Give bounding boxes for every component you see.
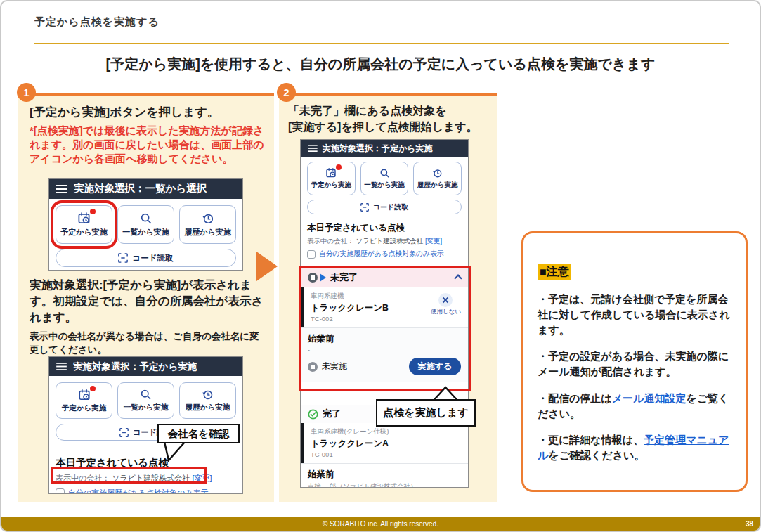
machine-card[interactable]: 車両系建機 トラッククレーンB TC-002 使用しない bbox=[301, 287, 468, 328]
app-header: 実施対象選択：一覧から選択 bbox=[49, 179, 242, 199]
history-clock-icon bbox=[432, 168, 443, 179]
calendar-clock-icon bbox=[77, 212, 91, 225]
hamburger-menu-icon[interactable] bbox=[56, 185, 67, 193]
history-run-button[interactable]: 履歴から実施 bbox=[179, 382, 236, 419]
step1-body-text: 実施対象選択:[予定から実施]が表示されます。初期設定では、自分の所属会社が表示… bbox=[30, 277, 267, 325]
note-paragraph: ・予定の設定がある場合、未実施の際にメール通知が配信されます。 bbox=[538, 349, 731, 379]
incomplete-section: 未完了 車両系建機 トラッククレーンB TC-002 使用しない 始業前 - bbox=[301, 267, 468, 382]
history-filter-row[interactable]: 自分の実施履歴がある点検対象のみ表示 bbox=[56, 488, 236, 494]
list-run-button[interactable]: 一覧から実施 bbox=[117, 205, 174, 244]
calendar-clock-icon bbox=[78, 389, 91, 401]
note-paragraph: ・予定は、元請け会社側で予定を所属会社に対して作成している場合に表示されます。 bbox=[538, 292, 731, 337]
qr-scan-icon bbox=[118, 253, 128, 263]
slide-footer: © SORABITO inc. All rights reserved. 38 bbox=[1, 517, 760, 531]
note-paragraph: ・配信の停止はメール通知設定をご覧ください。 bbox=[538, 391, 731, 422]
page-title: 予定から点検を実施する bbox=[34, 15, 160, 29]
filter-label: 自分の実施履歴がある点検対象のみ表示 bbox=[68, 488, 209, 494]
list-run-button[interactable]: 一覧から実施 bbox=[360, 162, 409, 195]
step1-warning-text: *[点検実施]では最後に表示した実施方法が記録されます。別の画面に戻したい場合は… bbox=[30, 124, 268, 166]
app-header: 実施対象選択：予定から実施 bbox=[301, 140, 468, 157]
filter-label: 自分の実施履歴がある点検対象のみ表示 bbox=[319, 249, 444, 259]
code-scan-button[interactable]: コード読取 bbox=[307, 200, 462, 214]
step1-body-subtext: 表示中の会社名が異なる場合は、ご自身の会社名に変更してください。 bbox=[30, 330, 267, 357]
company-change-link[interactable]: [変更] bbox=[192, 474, 212, 482]
today-inspections-heading: 本日予定されている点検 bbox=[56, 456, 236, 469]
pause-status-icon bbox=[308, 273, 318, 283]
slide-subtitle: [予定から実施]を使用すると、自分の所属会社の予定に入っている点検を実施できます bbox=[1, 55, 760, 74]
copyright-text: © SORABITO inc. All rights reserved. bbox=[323, 520, 438, 528]
phone-screenshot-list-select: 実施対象選択：一覧から選択 予定から実施 一覧 bbox=[48, 178, 243, 271]
manual-slide: 予定から点検を実施する [予定から実施]を使用すると、自分の所属会社の予定に入っ… bbox=[0, 0, 761, 532]
next-step-arrow bbox=[256, 252, 278, 281]
calendar-clock-icon bbox=[325, 167, 337, 179]
hamburger-menu-icon[interactable] bbox=[56, 363, 67, 370]
history-filter-row[interactable]: 自分の実施履歴がある点検対象のみ表示 bbox=[307, 249, 462, 259]
displayed-company-line: 表示中の会社： ソラビト建設株式会社 [変更] bbox=[56, 473, 236, 484]
app-header-title: 実施対象選択：予定から実施 bbox=[73, 361, 197, 373]
schedule-run-button[interactable]: 予定から実施 bbox=[307, 162, 356, 195]
company-name: ソラビト建設株式会社 bbox=[356, 237, 423, 245]
code-scan-button[interactable]: コード読取 bbox=[56, 249, 236, 267]
phone-screenshot-schedule-full: 実施対象選択：予定から実施 予定から実施 一覧 bbox=[300, 139, 469, 488]
callout-tail bbox=[163, 441, 194, 462]
step2-panel: 「未完了」欄にある点検対象を [実施する]を押して点検開始します。 実施対象選択… bbox=[279, 93, 497, 502]
inspection-task: 始業前 - 未実施 実施する bbox=[301, 328, 468, 382]
notification-dot bbox=[336, 164, 342, 170]
mail-notification-settings-link[interactable]: メール通知設定 bbox=[612, 392, 687, 404]
company-change-link[interactable]: [変更] bbox=[425, 237, 442, 245]
notification-dot bbox=[90, 386, 96, 391]
notification-dot bbox=[90, 209, 96, 214]
history-clock-icon bbox=[202, 212, 214, 225]
disable-machine-button[interactable]: 使用しない bbox=[431, 293, 461, 316]
qr-scan-icon bbox=[360, 203, 369, 212]
qr-scan-icon bbox=[119, 428, 129, 437]
history-run-button[interactable]: 履歴から実施 bbox=[413, 162, 462, 195]
title-rule bbox=[34, 43, 729, 44]
inspection-task: 始業前 点検 三郎（ソラビト建設株式会社） bbox=[301, 464, 468, 488]
history-run-button[interactable]: 履歴から実施 bbox=[179, 205, 236, 244]
x-circle-icon bbox=[438, 293, 453, 307]
step2-heading: 「未完了」欄にある点検対象を [実施する]を押して点検開始します。 bbox=[288, 103, 492, 135]
search-icon bbox=[140, 212, 152, 225]
schedule-run-button[interactable]: 予定から実施 bbox=[56, 382, 112, 419]
app-header: 実施対象選択：予定から実施 bbox=[49, 357, 242, 376]
step1-heading: [予定から実施]ボタンを押します。 bbox=[30, 104, 219, 120]
schedule-run-button[interactable]: 予定から実施 bbox=[56, 205, 112, 244]
chevron-up-icon[interactable] bbox=[454, 274, 462, 282]
selected-indicator-bar bbox=[301, 423, 304, 463]
app-header-title: 実施対象選択：予定から実施 bbox=[323, 143, 433, 155]
selected-indicator-bar bbox=[301, 287, 304, 327]
today-inspections-heading: 本日予定されている点検 bbox=[307, 222, 462, 234]
incomplete-section-header[interactable]: 未完了 bbox=[301, 267, 468, 287]
search-icon bbox=[379, 168, 390, 179]
caution-note-box: ■注意 ・予定は、元請け会社側で予定を所属会社に対して作成している場合に表示され… bbox=[521, 231, 748, 492]
caution-title: ■注意 bbox=[538, 264, 571, 280]
execute-inspection-callout: 点検を実施します bbox=[376, 399, 476, 427]
step2-number-badge: 2 bbox=[277, 83, 296, 102]
filter-checkbox[interactable] bbox=[56, 488, 65, 494]
machine-card[interactable]: 車両系建機(クレーン仕様) トラッククレーンA TC-001 bbox=[301, 423, 468, 464]
page-number: 38 bbox=[746, 520, 753, 528]
execute-inspection-button[interactable]: 実施する bbox=[409, 358, 461, 375]
list-run-button[interactable]: 一覧から実施 bbox=[117, 382, 174, 419]
app-header-title: 実施対象選択：一覧から選択 bbox=[74, 182, 207, 195]
complete-check-icon bbox=[308, 409, 318, 420]
hamburger-menu-icon[interactable] bbox=[308, 145, 318, 152]
step1-number-badge: 1 bbox=[17, 83, 36, 102]
company-check-callout: 会社名を確認 bbox=[157, 424, 240, 443]
displayed-company-line: 表示中の会社： ソラビト建設株式会社 [変更] bbox=[307, 237, 462, 246]
divider bbox=[301, 219, 468, 219]
resume-arrow-icon bbox=[320, 273, 326, 282]
history-clock-icon bbox=[202, 389, 214, 401]
not-executed-status-icon bbox=[308, 362, 318, 372]
company-name: ソラビト建設株式会社 bbox=[112, 474, 190, 482]
note-paragraph: ・更に詳細な情報は、予定管理マニュアルをご確認ください。 bbox=[538, 432, 731, 463]
filter-checkbox[interactable] bbox=[307, 250, 316, 259]
search-icon bbox=[140, 389, 152, 401]
